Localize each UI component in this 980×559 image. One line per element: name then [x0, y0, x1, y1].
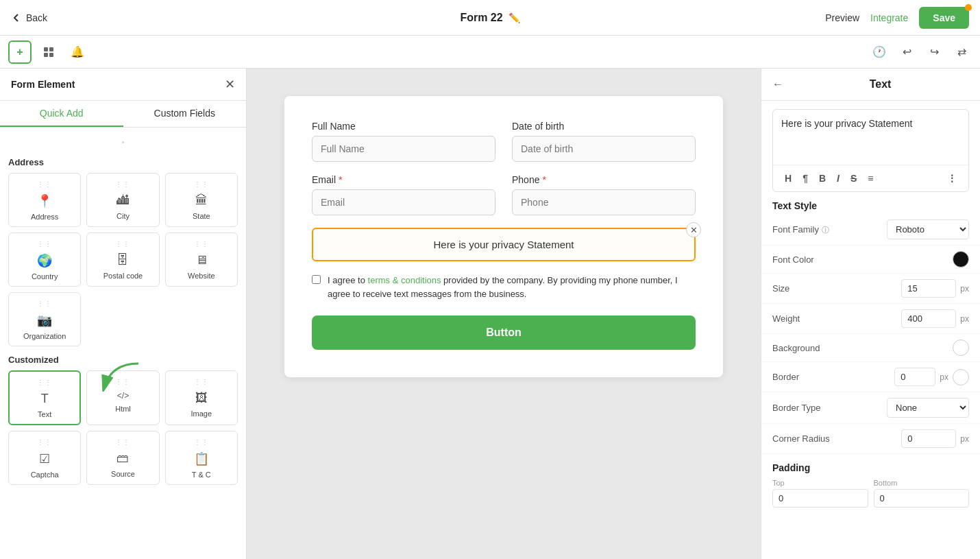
- size-row: Size px: [761, 274, 980, 304]
- grid-item-image[interactable]: ⋮⋮ 🖼 Image: [165, 370, 238, 425]
- source-label: Source: [111, 470, 135, 478]
- align-button[interactable]: ≡: [864, 171, 877, 186]
- panel-tabs: Quick Add Custom Fields: [0, 101, 246, 128]
- grid-item-city[interactable]: ⋮⋮ 🏙 City: [86, 173, 159, 227]
- privacy-box: Here is your privacy Statement ✕: [312, 228, 696, 261]
- address-label: Address: [31, 213, 58, 221]
- captcha-label: Captcha: [31, 471, 59, 479]
- right-panel-header: ← Text: [761, 69, 980, 101]
- org-icon: 📷: [37, 313, 52, 328]
- terms-link[interactable]: terms & conditions: [368, 275, 441, 285]
- fullname-input[interactable]: [312, 136, 495, 162]
- text-editor-toolbar: H ¶ B I S ≡ ⋮: [773, 165, 968, 191]
- grid-item-address[interactable]: ⋮⋮ 📍 Address: [8, 173, 81, 227]
- grid-item-postal[interactable]: ⋮⋮ 🗄 Postal code: [86, 233, 159, 287]
- notifications-button[interactable]: 🔔: [66, 40, 89, 64]
- preview-link[interactable]: Preview: [825, 12, 859, 23]
- dob-input[interactable]: [512, 136, 696, 162]
- text-style-section-title: Text Style: [761, 192, 980, 214]
- right-panel-back-button[interactable]: ←: [772, 78, 783, 91]
- phone-input[interactable]: [512, 189, 696, 215]
- email-input[interactable]: [312, 189, 495, 215]
- font-color-picker[interactable]: [953, 251, 969, 267]
- image-icon: 🖼: [195, 391, 208, 405]
- image-label: Image: [191, 409, 212, 418]
- grid-view-button[interactable]: [37, 40, 60, 64]
- grid-item-source[interactable]: ⋮⋮ 🗃 Source: [86, 431, 159, 485]
- center-canvas: Full Name Date of birth Email * Phone *: [247, 69, 761, 559]
- history-icon[interactable]: 🕐: [869, 42, 890, 62]
- fullname-label: Full Name: [312, 121, 495, 132]
- panel-title: Form Element: [11, 79, 75, 90]
- right-panel: ← Text Here is your privacy Statement H …: [761, 69, 980, 559]
- bold-button[interactable]: B: [816, 171, 829, 186]
- close-panel-button[interactable]: ✕: [225, 77, 235, 92]
- terms-text-prefix: I agree to: [328, 275, 368, 285]
- html-label: Html: [115, 405, 131, 413]
- border-row: Border px: [761, 362, 980, 392]
- grid-item-website[interactable]: ⋮⋮ 🖥 Website: [165, 233, 238, 287]
- weight-input[interactable]: [901, 309, 956, 328]
- integrate-link[interactable]: Integrate: [870, 12, 908, 23]
- italic-button[interactable]: I: [833, 171, 843, 186]
- back-button[interactable]: Back: [11, 12, 47, 23]
- more-options-button[interactable]: ⋮: [944, 171, 960, 186]
- grid-item-captcha[interactable]: ⋮⋮ ☑ Captcha: [8, 431, 81, 485]
- font-family-info-icon[interactable]: ⓘ: [822, 226, 829, 234]
- border-type-select[interactable]: None Solid Dashed Dotted: [887, 398, 969, 418]
- terms-checkbox[interactable]: [312, 275, 321, 284]
- add-element-button[interactable]: +: [8, 40, 32, 64]
- settings-button[interactable]: ⇄: [951, 42, 972, 62]
- grid-item-text[interactable]: ⋮⋮ T Text: [8, 370, 81, 425]
- edit-icon[interactable]: ✏️: [509, 12, 520, 23]
- padding-top-input[interactable]: [772, 489, 868, 508]
- weight-unit: px: [960, 314, 969, 324]
- font-color-label: Font Color: [772, 254, 944, 265]
- heading1-button[interactable]: H: [781, 171, 795, 186]
- privacy-close-button[interactable]: ✕: [686, 222, 701, 237]
- svg-rect-0: [44, 47, 48, 51]
- corner-radius-label: Corner Radius: [772, 433, 893, 444]
- org-label: Organization: [23, 332, 66, 340]
- text-editor-input[interactable]: Here is your privacy Statement: [773, 110, 968, 165]
- svg-rect-2: [44, 53, 48, 57]
- tab-custom-fields[interactable]: Custom Fields: [123, 101, 247, 127]
- submit-button[interactable]: Button: [312, 316, 696, 350]
- font-family-row: Font Family ⓘ Roboto Arial Georgia: [761, 214, 980, 246]
- redo-button[interactable]: ↪: [924, 42, 944, 62]
- tab-quick-add[interactable]: Quick Add: [0, 101, 123, 127]
- text-editor-container: Here is your privacy Statement H ¶ B I S…: [772, 109, 969, 192]
- padding-grid: Top Bottom: [772, 479, 969, 508]
- grid-item-country[interactable]: ⋮⋮ 🌍 Country: [8, 233, 81, 287]
- padding-top-label: Top: [772, 479, 868, 487]
- font-family-label: Font Family ⓘ: [772, 224, 879, 235]
- right-toolbar-icons: 🕐 ↩ ↪ ⇄: [869, 42, 972, 62]
- grid-item-state[interactable]: ⋮⋮ 🏛 State: [165, 173, 238, 227]
- font-family-select[interactable]: Roboto Arial Georgia: [887, 219, 969, 239]
- border-color-picker[interactable]: [953, 369, 969, 385]
- form-group-phone: Phone *: [512, 174, 696, 215]
- strikethrough-button[interactable]: S: [847, 171, 860, 186]
- address-icon: 📍: [37, 193, 52, 209]
- left-panel: Form Element ✕ Quick Add Custom Fields •…: [0, 69, 247, 559]
- paragraph-button[interactable]: ¶: [799, 171, 811, 186]
- second-toolbar: + 🔔 🕐 ↩ ↪ ⇄: [0, 36, 980, 69]
- corner-radius-input[interactable]: [901, 429, 956, 448]
- padding-top-item: Top: [772, 479, 868, 508]
- save-badge: [965, 4, 972, 11]
- grid-item-organization[interactable]: ⋮⋮ 📷 Organization: [8, 292, 81, 346]
- size-input[interactable]: [901, 279, 956, 298]
- save-button[interactable]: Save: [919, 7, 969, 29]
- city-icon: 🏙: [117, 193, 129, 208]
- form-group-dob: Date of birth: [512, 121, 696, 162]
- border-type-label: Border Type: [772, 403, 879, 413]
- background-color-picker[interactable]: [953, 340, 969, 356]
- tc-label: T & C: [192, 471, 211, 479]
- padding-bottom-input[interactable]: [874, 489, 970, 508]
- form-card: Full Name Date of birth Email * Phone *: [284, 96, 723, 377]
- weight-label: Weight: [772, 313, 893, 324]
- grid-item-tc[interactable]: ⋮⋮ 📋 T & C: [165, 431, 238, 485]
- country-icon: 🌍: [37, 253, 52, 268]
- undo-button[interactable]: ↩: [896, 42, 917, 62]
- border-input[interactable]: [894, 368, 935, 386]
